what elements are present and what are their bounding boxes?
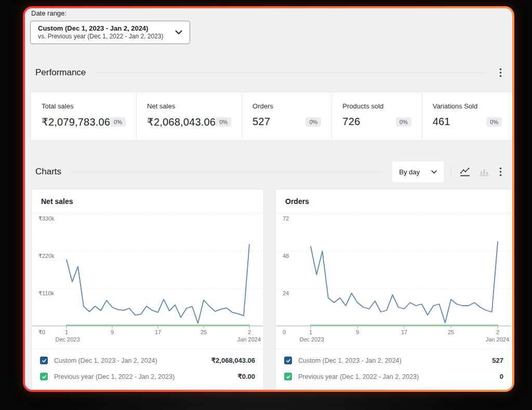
- performance-section-header: Performance: [35, 66, 504, 79]
- checkmark-icon: [286, 374, 291, 379]
- svg-text:₹0: ₹0: [38, 329, 45, 335]
- legend-value: ₹2,068,043.06: [211, 357, 255, 364]
- controls-divider: [451, 166, 451, 177]
- metric-variations-sold[interactable]: Variations Sold4610%: [422, 92, 512, 140]
- svg-text:Dec 2023: Dec 2023: [55, 336, 79, 343]
- svg-text:₹330k: ₹330k: [38, 215, 55, 222]
- metric-value: 527: [252, 116, 270, 128]
- metric-delta-badge: 0%: [486, 117, 502, 127]
- svg-text:9: 9: [356, 329, 359, 335]
- svg-text:0: 0: [283, 329, 286, 335]
- legend-item[interactable]: Previous year (Dec 1, 2022 - Jan 2, 2023…: [40, 368, 255, 385]
- net-sales-chart-card: Net sales1Dec 2023917252Jan 2024₹330k₹22…: [31, 189, 264, 390]
- kebab-menu-icon: [499, 68, 502, 77]
- svg-text:17: 17: [401, 329, 407, 335]
- date-range-select[interactable]: Custom (Dec 1, 2023 - Jan 2, 2024) vs. P…: [30, 21, 190, 44]
- svg-text:72: 72: [283, 215, 289, 222]
- legend-value: 527: [492, 357, 503, 364]
- charts-controls: By day: [392, 161, 504, 182]
- legend-checkbox[interactable]: [40, 357, 48, 364]
- metric-label: Products sold: [342, 102, 411, 110]
- svg-text:9: 9: [111, 329, 114, 335]
- metric-label: Total sales: [42, 102, 126, 110]
- legend-checkbox[interactable]: [40, 373, 48, 380]
- metric-delta-badge: 0%: [110, 117, 126, 127]
- legend-label: Previous year (Dec 1, 2022 - Jan 2, 2023…: [54, 373, 231, 380]
- metric-products-sold[interactable]: Products sold7260%: [332, 92, 422, 140]
- orders-chart-plot[interactable]: 1Dec 2023917252Jan 20247248240: [276, 213, 512, 349]
- checkmark-icon: [42, 374, 47, 379]
- svg-text:17: 17: [155, 329, 161, 335]
- performance-metrics-row: Total sales₹2,079,783.060%Net sales₹2,06…: [31, 92, 512, 141]
- svg-text:48: 48: [283, 253, 289, 259]
- performance-title: Performance: [35, 67, 86, 78]
- svg-text:₹110k: ₹110k: [38, 290, 55, 296]
- analytics-page: Date range: Custom (Dec 1, 2023 - Jan 2,…: [25, 8, 512, 390]
- legend-label: Custom (Dec 1, 2023 - Jan 2, 2024): [54, 357, 205, 364]
- metric-value-row: 7260%: [342, 116, 411, 128]
- bar-chart-view-button[interactable]: [478, 167, 490, 177]
- charts-title: Charts: [35, 167, 61, 177]
- svg-text:25: 25: [201, 329, 207, 335]
- metric-delta-badge: 0%: [305, 117, 321, 127]
- legend-value: 0: [500, 373, 503, 380]
- svg-text:1: 1: [309, 329, 312, 335]
- metric-orders[interactable]: Orders5270%: [242, 92, 332, 140]
- date-range-primary: Custom (Dec 1, 2023 - Jan 2, 2024): [38, 24, 163, 33]
- charts-menu-button[interactable]: [497, 165, 504, 179]
- net-sales-chart-legend: Custom (Dec 1, 2023 - Jan 2, 2024)₹2,068…: [32, 349, 263, 390]
- svg-text:24: 24: [283, 290, 289, 296]
- metric-net-sales[interactable]: Net sales₹2,068,043.060%: [137, 92, 242, 140]
- svg-text:2: 2: [248, 329, 251, 335]
- metric-value-row: 4610%: [433, 116, 502, 128]
- net-sales-chart-plot[interactable]: 1Dec 2023917252Jan 2024₹330k₹220k₹110k₹0: [32, 213, 263, 349]
- legend-item[interactable]: Custom (Dec 1, 2023 - Jan 2, 2024)527: [284, 352, 503, 368]
- date-range-value: Custom (Dec 1, 2023 - Jan 2, 2024) vs. P…: [38, 24, 163, 40]
- metric-value: 461: [433, 116, 450, 128]
- legend-value: ₹0.00: [237, 373, 255, 380]
- legend-checkbox[interactable]: [284, 373, 292, 380]
- metric-label: Variations Sold: [433, 102, 502, 110]
- metric-delta-badge: 0%: [216, 117, 231, 127]
- orders-chart-title: Orders: [276, 189, 512, 213]
- legend-item[interactable]: Previous year (Dec 1, 2022 - Jan 2, 2023…: [284, 368, 503, 385]
- interval-value: By day: [399, 168, 420, 176]
- kebab-menu-icon: [499, 167, 502, 176]
- legend-checkbox[interactable]: [284, 357, 292, 364]
- svg-text:₹220k: ₹220k: [38, 253, 55, 259]
- checkmark-icon: [42, 358, 47, 363]
- legend-item[interactable]: Custom (Dec 1, 2023 - Jan 2, 2024)₹2,068…: [40, 352, 255, 368]
- checkmark-icon: [286, 358, 291, 363]
- metric-value-row: ₹2,079,783.060%: [42, 116, 126, 128]
- metric-value-row: ₹2,068,043.060%: [147, 116, 231, 128]
- bar-chart-icon: [480, 168, 489, 176]
- legend-label: Custom (Dec 1, 2023 - Jan 2, 2024): [298, 357, 486, 364]
- performance-menu-button[interactable]: [497, 66, 504, 79]
- desktop-background: Date range: Custom (Dec 1, 2023 - Jan 2,…: [0, 0, 532, 410]
- net-sales-chart-title: Net sales: [32, 189, 263, 213]
- svg-text:Dec 2023: Dec 2023: [299, 336, 324, 343]
- legend-label: Previous year (Dec 1, 2022 - Jan 2, 2023…: [298, 373, 494, 380]
- metric-value: 726: [342, 116, 360, 128]
- window-gradient-frame: Date range: Custom (Dec 1, 2023 - Jan 2,…: [23, 6, 514, 392]
- metric-value-row: 5270%: [252, 116, 321, 128]
- charts-row: Net sales1Dec 2023917252Jan 2024₹330k₹22…: [31, 189, 512, 390]
- orders-chart-legend: Custom (Dec 1, 2023 - Jan 2, 2024)527Pre…: [276, 349, 512, 390]
- svg-text:25: 25: [448, 329, 454, 335]
- svg-text:2: 2: [496, 329, 499, 335]
- date-range-label: Date range:: [31, 9, 512, 18]
- date-range-comparison: vs. Previous year (Dec 1, 2022 - Jan 2, …: [38, 33, 163, 40]
- metric-total-sales[interactable]: Total sales₹2,079,783.060%: [31, 92, 137, 140]
- metric-value: ₹2,068,043.06: [147, 116, 216, 128]
- svg-text:Jan 2024: Jan 2024: [237, 336, 261, 343]
- chevron-down-icon: [175, 30, 182, 35]
- interval-select[interactable]: By day: [392, 161, 444, 182]
- line-chart-view-button[interactable]: [459, 167, 471, 177]
- charts-section-header: Charts By day: [35, 161, 504, 182]
- metric-label: Net sales: [147, 102, 231, 110]
- chevron-down-icon: [431, 170, 437, 174]
- svg-text:Jan 2024: Jan 2024: [486, 336, 509, 343]
- orders-chart-card: Orders1Dec 2023917252Jan 20247248240Cust…: [275, 189, 512, 390]
- metric-value: ₹2,079,783.06: [42, 116, 110, 128]
- header-divider: [71, 172, 383, 172]
